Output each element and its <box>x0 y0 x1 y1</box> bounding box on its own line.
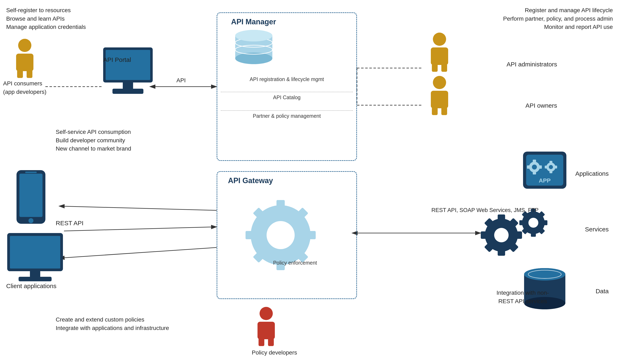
api-gateway-gear-icon <box>225 192 336 280</box>
svg-rect-67 <box>549 170 552 173</box>
svg-rect-16 <box>27 70 32 78</box>
svg-rect-19 <box>123 82 133 90</box>
svg-rect-44 <box>19 277 52 281</box>
applications-label: Applications <box>575 169 609 178</box>
svg-rect-28 <box>277 200 285 209</box>
svg-point-53 <box>433 76 446 89</box>
rest-api-label: REST API <box>56 219 84 228</box>
policy-dev-label: Policy developers <box>243 349 305 357</box>
api-manager-section2: API Catalog <box>219 94 355 100</box>
svg-rect-68 <box>545 166 548 168</box>
svg-rect-15 <box>17 70 23 78</box>
svg-rect-52 <box>441 64 447 72</box>
svg-rect-66 <box>549 161 552 164</box>
svg-rect-54 <box>431 91 448 108</box>
svg-point-13 <box>18 39 31 52</box>
top-right-description: Register and manage API lifecycle Perfor… <box>503 6 613 31</box>
svg-rect-50 <box>431 47 448 65</box>
svg-rect-69 <box>554 166 557 168</box>
bottom-left-description: Create and extend custom policies Integr… <box>56 316 169 332</box>
services-label: Services <box>585 225 609 234</box>
top-left-description: Self-register to resources Browse and le… <box>6 6 86 31</box>
api-arrow-label: API <box>176 76 186 85</box>
svg-rect-73 <box>498 215 505 221</box>
svg-text:APP: APP <box>539 177 551 184</box>
applications-icon: APP <box>522 150 567 191</box>
svg-rect-47 <box>259 338 264 346</box>
policy-dev-icon <box>252 305 281 348</box>
svg-rect-85 <box>519 220 523 225</box>
svg-line-9 <box>64 206 217 210</box>
api-admin-icon <box>425 31 454 74</box>
client-apps-label: Client applications <box>6 282 56 291</box>
svg-rect-62 <box>527 165 531 169</box>
svg-point-49 <box>433 33 446 46</box>
svg-rect-42 <box>10 236 60 269</box>
api-owners-label: API owners <box>525 101 557 110</box>
api-manager-section3: Partner & policy management <box>219 113 355 119</box>
api-manager-title: API Manager <box>231 16 276 27</box>
svg-rect-60 <box>533 160 536 163</box>
api-consumer-icon <box>10 37 39 80</box>
svg-point-91 <box>528 218 538 228</box>
svg-rect-38 <box>19 174 42 217</box>
svg-rect-14 <box>16 54 33 71</box>
api-owners-icon <box>425 74 454 117</box>
api-admin-label: API administrators <box>506 60 557 69</box>
svg-rect-40 <box>25 172 37 173</box>
api-gateway-title: API Gateway <box>228 175 273 186</box>
rest-api-services-label: REST API, SOAP Web Services, JMS, FTP <box>431 206 538 214</box>
diagram-container: Self-register to resources Browse and le… <box>0 0 619 364</box>
api-consumer-label: API consumers (app developers) <box>3 79 46 96</box>
api-manager-db-icon <box>233 30 274 68</box>
svg-rect-75 <box>481 231 487 239</box>
svg-rect-20 <box>113 89 143 94</box>
divider1 <box>221 92 353 92</box>
desktop-monitor-icon <box>6 233 64 284</box>
svg-rect-30 <box>246 231 254 239</box>
svg-point-81 <box>494 228 509 242</box>
svg-point-64 <box>532 165 537 170</box>
svg-point-70 <box>549 165 553 169</box>
svg-point-45 <box>260 307 273 320</box>
api-portal-label: API Portal <box>103 55 131 64</box>
svg-point-26 <box>235 30 272 41</box>
data-label: Data <box>596 287 609 296</box>
integration-label: Integration with non- REST API services <box>496 289 549 305</box>
svg-rect-18 <box>106 50 150 80</box>
svg-rect-43 <box>30 271 40 277</box>
svg-rect-61 <box>533 171 536 175</box>
svg-rect-76 <box>516 231 522 239</box>
svg-rect-63 <box>538 165 542 169</box>
svg-rect-31 <box>307 231 316 239</box>
phone-icon <box>10 169 52 228</box>
svg-rect-46 <box>257 322 275 339</box>
api-manager-section1: API registration & lifecycle mgmt <box>219 76 355 82</box>
svg-rect-51 <box>432 64 438 72</box>
svg-rect-84 <box>531 233 536 237</box>
svg-rect-48 <box>268 338 274 346</box>
svg-rect-55 <box>432 107 438 115</box>
api-portal-icon <box>101 47 155 96</box>
svg-point-39 <box>28 218 33 223</box>
svg-rect-56 <box>441 107 447 115</box>
svg-rect-74 <box>498 250 505 256</box>
self-service-description: Self-service API consumption Build devel… <box>56 128 131 153</box>
policy-enforcement-label: Policy enforcement <box>227 260 363 266</box>
svg-rect-86 <box>543 220 548 225</box>
svg-point-36 <box>267 221 295 249</box>
svg-line-10 <box>64 227 217 231</box>
divider2 <box>221 110 353 111</box>
svg-line-11 <box>64 247 217 258</box>
